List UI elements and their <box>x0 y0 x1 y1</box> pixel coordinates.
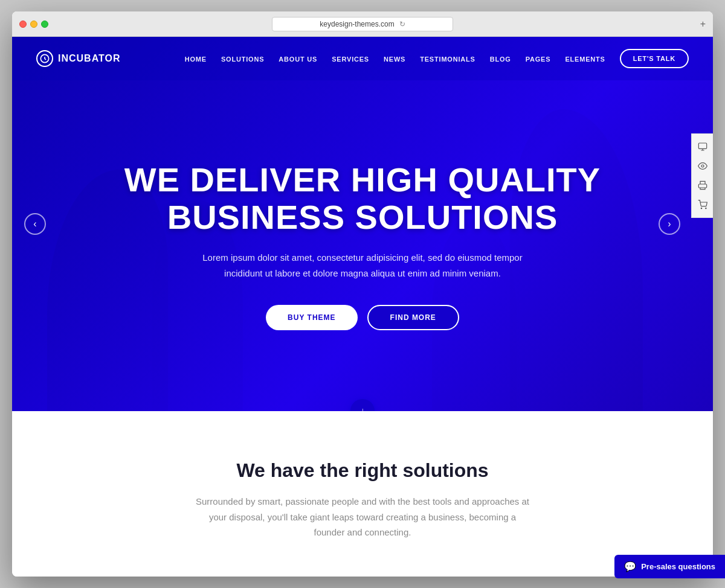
nav-link-blog[interactable]: BLOG <box>490 56 511 63</box>
hero-body: WE DELIVER HIGH QUALITY BUSINESS SOLUTIO… <box>12 80 713 411</box>
navigation: INCUBATOR HOME SOLUTIONS ABOUT US SERVIC… <box>12 37 713 80</box>
buy-theme-button[interactable]: BUY THEME <box>266 305 357 330</box>
nav-link-solutions[interactable]: SOLUTIONS <box>221 56 264 63</box>
scroll-down-button[interactable]: ↓ <box>350 399 375 411</box>
eye-icon[interactable] <box>694 157 712 175</box>
cart-icon[interactable] <box>694 196 712 214</box>
nav-item-solutions[interactable]: SOLUTIONS <box>221 53 264 64</box>
below-hero-description: Surrounded by smart, passionate people a… <box>193 494 532 540</box>
next-slide-button[interactable]: › <box>659 213 680 235</box>
chat-icon: 💬 <box>624 561 636 572</box>
nav-item-elements[interactable]: ELEMENTS <box>565 53 605 64</box>
below-hero-title: We have the right solutions <box>36 459 689 482</box>
print-icon[interactable] <box>694 176 712 194</box>
refresh-icon[interactable]: ↻ <box>399 20 405 28</box>
browser-window: keydesign-themes.com ↻ + <box>12 11 713 577</box>
chat-label: Pre-sales questions <box>641 562 715 571</box>
svg-point-3 <box>701 208 701 209</box>
url-text: keydesign-themes.com <box>320 20 394 28</box>
maximize-button[interactable] <box>41 21 48 28</box>
website-content: INCUBATOR HOME SOLUTIONS ABOUT US SERVIC… <box>12 37 713 577</box>
hero-title: WE DELIVER HIGH QUALITY BUSINESS SOLUTIO… <box>124 161 601 235</box>
chat-widget[interactable]: 💬 Pre-sales questions <box>614 555 725 578</box>
below-hero-section: We have the right solutions Surrounded b… <box>12 411 713 577</box>
hero-section: INCUBATOR HOME SOLUTIONS ABOUT US SERVIC… <box>12 37 713 411</box>
nav-link-about[interactable]: ABOUT US <box>279 56 317 63</box>
logo: INCUBATOR <box>36 50 121 67</box>
svg-rect-0 <box>698 143 706 149</box>
logo-icon <box>36 50 53 67</box>
scroll-down-wrapper: ↓ <box>350 399 375 411</box>
logo-text: INCUBATOR <box>58 53 121 64</box>
nav-item-home[interactable]: HOME <box>185 53 207 64</box>
address-bar[interactable]: keydesign-themes.com ↻ <box>272 17 453 31</box>
nav-item-testimonials[interactable]: TESTIMONIALS <box>420 53 475 64</box>
find-more-button[interactable]: FIND MORE <box>367 305 459 330</box>
svg-point-4 <box>705 208 706 209</box>
browser-chrome: keydesign-themes.com ↻ + <box>12 11 713 37</box>
nav-item-pages[interactable]: PAGES <box>526 53 551 64</box>
desktop-icon[interactable] <box>694 138 712 156</box>
lets-talk-button[interactable]: LET'S TALK <box>620 49 689 68</box>
hero-title-line2: BUSINESS SOLUTIONS <box>167 198 558 236</box>
add-tab-button[interactable]: + <box>700 19 706 30</box>
nav-link-testimonials[interactable]: TESTIMONIALS <box>420 56 475 63</box>
nav-link-elements[interactable]: ELEMENTS <box>565 56 605 63</box>
nav-link-news[interactable]: NEWS <box>384 56 405 63</box>
prev-slide-button[interactable]: ‹ <box>24 213 46 235</box>
browser-dots <box>19 21 48 28</box>
nav-link-services[interactable]: SERVICES <box>332 56 369 63</box>
nav-item-news[interactable]: NEWS <box>384 53 405 64</box>
sidebar-panel <box>691 133 713 218</box>
nav-links: HOME SOLUTIONS ABOUT US SERVICES NEWS TE… <box>185 53 605 64</box>
nav-link-home[interactable]: HOME <box>185 56 207 63</box>
nav-link-pages[interactable]: PAGES <box>526 56 551 63</box>
nav-item-blog[interactable]: BLOG <box>490 53 511 64</box>
nav-item-about[interactable]: ABOUT US <box>279 53 317 64</box>
svg-rect-2 <box>698 184 706 188</box>
hero-description: Lorem ipsum dolor sit amet, consectetur … <box>193 250 532 281</box>
close-button[interactable] <box>19 21 27 28</box>
minimize-button[interactable] <box>30 21 37 28</box>
hero-title-line1: WE DELIVER HIGH QUALITY <box>124 161 601 199</box>
svg-point-1 <box>701 165 704 167</box>
hero-buttons: BUY THEME FIND MORE <box>266 305 459 330</box>
nav-item-services[interactable]: SERVICES <box>332 53 369 64</box>
